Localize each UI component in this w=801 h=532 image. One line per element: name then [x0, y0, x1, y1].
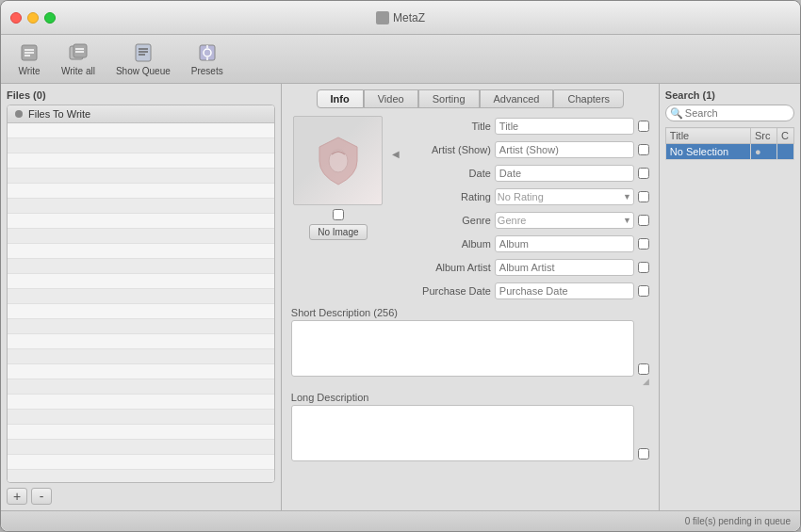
- write-all-button[interactable]: Write all: [54, 38, 103, 80]
- status-bar: 0 file(s) pending in queue: [1, 510, 800, 531]
- album-label: Album: [406, 238, 491, 250]
- long-description-checkbox[interactable]: [638, 448, 649, 459]
- editor-content: No Image ◀ Title Artist: [282, 108, 659, 510]
- artwork-area: No Image: [291, 116, 385, 240]
- show-queue-button[interactable]: Show Queue: [108, 38, 178, 80]
- rating-field-row: Rating No Rating 1 Star 2 Stars 3 Stars …: [406, 186, 649, 207]
- svg-point-16: [329, 150, 348, 172]
- svg-rect-5: [74, 44, 87, 57]
- long-description-textarea[interactable]: [291, 405, 634, 461]
- file-row: [8, 410, 274, 425]
- tab-info[interactable]: Info: [317, 89, 364, 108]
- title-checkbox[interactable]: [638, 121, 649, 132]
- short-description-checkbox[interactable]: [638, 363, 649, 375]
- titlebar: MetaZ: [1, 1, 800, 35]
- file-row: [8, 395, 274, 410]
- files-list-dot: [15, 110, 23, 118]
- minimize-button[interactable]: [27, 12, 39, 24]
- album-artist-field-row: Album Artist: [406, 257, 649, 278]
- album-artist-checkbox[interactable]: [638, 262, 649, 273]
- files-list: Files To Write: [7, 105, 275, 483]
- long-description-checkbox-col: [638, 405, 649, 461]
- purchase-date-field-row: Purchase Date: [406, 281, 649, 301]
- app-icon: [376, 11, 389, 24]
- search-result-src: ●: [751, 144, 777, 160]
- files-footer: + -: [7, 488, 275, 505]
- file-row: [8, 289, 274, 304]
- presets-button[interactable]: Presets: [184, 38, 231, 80]
- album-input[interactable]: [495, 235, 634, 252]
- file-row: [8, 169, 274, 184]
- file-row: [8, 470, 274, 483]
- album-checkbox[interactable]: [638, 238, 649, 250]
- write-label: Write: [18, 66, 40, 76]
- rating-label: Rating: [406, 191, 491, 202]
- long-description-area: Long Description: [291, 392, 649, 461]
- files-rows: [8, 123, 274, 483]
- col-c-header[interactable]: C: [777, 128, 794, 144]
- artist-input[interactable]: [495, 141, 634, 158]
- tab-video[interactable]: Video: [364, 89, 418, 108]
- album-artist-input[interactable]: [495, 259, 634, 276]
- long-description-container: [291, 405, 649, 461]
- short-description-resize: ◢: [291, 377, 649, 386]
- col-src-header[interactable]: Src: [751, 128, 777, 144]
- artwork-checkbox[interactable]: [333, 209, 344, 220]
- purchase-date-input[interactable]: [495, 282, 634, 299]
- search-result-title: No Selection: [665, 144, 750, 160]
- status-text: 0 file(s) pending in queue: [685, 516, 791, 526]
- show-queue-icon: [132, 41, 155, 64]
- short-description-label: Short Description (256): [291, 307, 649, 318]
- src-icon: ●: [755, 146, 761, 157]
- artist-label: Artist (Show): [406, 144, 491, 155]
- artwork-placeholder-icon: [305, 128, 371, 194]
- maximize-button[interactable]: [44, 12, 56, 24]
- traffic-lights: [10, 12, 56, 24]
- title-input[interactable]: [495, 118, 634, 135]
- genre-select-wrapper: Genre ▼: [495, 212, 634, 229]
- artwork-and-fields: No Image ◀ Title Artist: [291, 116, 649, 301]
- genre-select[interactable]: Genre: [495, 212, 634, 229]
- date-checkbox[interactable]: [638, 168, 649, 179]
- date-input[interactable]: [495, 165, 634, 182]
- rating-checkbox[interactable]: [638, 191, 649, 202]
- remove-file-button[interactable]: -: [31, 488, 52, 505]
- close-button[interactable]: [10, 12, 22, 24]
- date-label: Date: [406, 168, 491, 179]
- tab-advanced[interactable]: Advanced: [480, 89, 554, 108]
- add-file-button[interactable]: +: [7, 488, 27, 505]
- file-row: [8, 259, 274, 274]
- search-input-wrapper: 🔍: [665, 105, 794, 121]
- no-image-button[interactable]: No Image: [309, 224, 367, 240]
- file-row: [8, 123, 274, 138]
- file-row: [8, 304, 274, 319]
- artist-checkbox[interactable]: [638, 144, 649, 155]
- artwork-box: [293, 116, 383, 205]
- file-row: [8, 319, 274, 334]
- title-label: Title: [406, 121, 491, 132]
- tabs-bar: Info Video Sorting Advanced Chapters: [282, 84, 659, 108]
- fields-area: Title Artist (Show) Date: [406, 116, 649, 301]
- short-description-textarea[interactable]: [291, 320, 634, 377]
- file-row: [8, 274, 274, 289]
- tab-sorting[interactable]: Sorting: [418, 89, 480, 108]
- file-row: [8, 364, 274, 379]
- purchase-date-checkbox[interactable]: [638, 285, 649, 297]
- file-row: [8, 425, 274, 440]
- write-button[interactable]: Write: [10, 38, 48, 80]
- short-description-area: Short Description (256) ◢: [291, 307, 649, 386]
- tab-chapters[interactable]: Chapters: [553, 89, 624, 108]
- file-row: [8, 379, 274, 395]
- file-row: [8, 334, 274, 349]
- files-panel-header: Files (0): [7, 89, 275, 101]
- genre-checkbox[interactable]: [638, 215, 649, 226]
- rating-select-wrapper: No Rating 1 Star 2 Stars 3 Stars 4 Stars…: [495, 188, 634, 205]
- search-input[interactable]: [665, 105, 794, 121]
- rating-select[interactable]: No Rating 1 Star 2 Stars 3 Stars 4 Stars…: [495, 188, 634, 205]
- write-all-icon: [67, 41, 90, 64]
- search-result-row[interactable]: No Selection ●: [665, 144, 793, 160]
- col-title-header[interactable]: Title: [665, 128, 750, 144]
- file-row: [8, 199, 274, 214]
- main-content: Files (0) Files To Write: [1, 84, 800, 510]
- short-description-checkbox-col: [638, 320, 649, 377]
